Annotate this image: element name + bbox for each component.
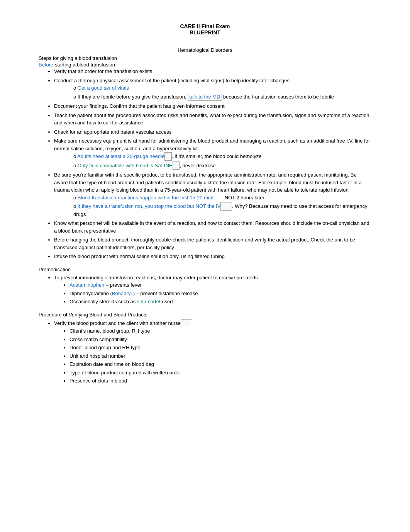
- procedure-section: Procedure of Verifying Blood and Blood P…: [39, 312, 371, 385]
- sub-list-item: Type of blood product compared with writ…: [69, 369, 371, 377]
- sub-list: Blood transfusion reactions happen withi…: [73, 194, 371, 218]
- sub-list-item: Get a good set of vitals: [73, 84, 371, 92]
- list-item: Check for an appropriate and patent vasc…: [54, 128, 371, 136]
- sub-list-item: Blood transfusion reactions happen withi…: [73, 194, 371, 202]
- sub-list-item: Diphenhydramine (Benadryl ) – prevent hi…: [69, 290, 371, 297]
- procedure-sub-list: Client's name, blood group, RH type Cros…: [69, 327, 371, 385]
- list-item: Verify that an order for the transfusion…: [54, 68, 371, 75]
- list-item: Verify the blood product and the client …: [54, 319, 371, 385]
- procedure-heading: Procedure of Verifying Blood and Blood P…: [39, 312, 371, 318]
- list-item: Before hanging the blood product, thorou…: [54, 236, 371, 251]
- sub-list-item: Acetaminophen – prevents fever: [69, 281, 371, 289]
- list-item: Infuse the blood product with normal sal…: [54, 253, 371, 260]
- sub-list-item: Presence of clots in blood: [69, 377, 371, 385]
- list-item: Make sure necessary equipment is at hand…: [54, 137, 371, 170]
- before-line: Before starting a blood transfusion: [39, 62, 371, 68]
- sub-list: Adults need at least a 20-gauge needle ,…: [73, 152, 371, 170]
- list-item: Teach the patient about the procedures a…: [54, 112, 371, 127]
- hematological-section: Hematological Disorders Steps for giving…: [39, 47, 371, 260]
- sub-list-item: Unit and hospital number: [69, 352, 371, 360]
- sub-list-item: Client's name, blood group, RH type: [69, 327, 371, 335]
- sub-list-item: Only fluid compatible with blood is SALI…: [73, 161, 371, 170]
- steps-heading: Steps for giving a blood transfusion: [39, 55, 371, 61]
- premedication-list: To prevent immunologic transfusion react…: [54, 274, 371, 306]
- premedication-sub-list: Acetaminophen – prevents fever Diphenhyd…: [69, 281, 371, 306]
- procedure-list: Verify the blood product and the client …: [54, 319, 371, 385]
- premedication-section: Premedication To prevent immunologic tra…: [39, 267, 371, 306]
- sub-list-item: Adults need at least a 20-gauge needle ,…: [73, 152, 371, 161]
- list-item: Conduct a thorough physical assessment o…: [54, 77, 371, 101]
- section-heading: Hematological Disorders: [39, 47, 371, 53]
- sub-list: Get a good set of vitals If they are feb…: [73, 84, 371, 101]
- sub-list-item: Donor blood group and RH type: [69, 344, 371, 352]
- list-item: Know what personnel will be available in…: [54, 219, 371, 235]
- sub-list-item: Cross-match compatibility: [69, 336, 371, 343]
- sub-list-item: If they are febrile before you give the …: [73, 93, 371, 101]
- sub-list-item: Occasionally steroids such as solu-corte…: [69, 298, 371, 306]
- list-item: Document your findings. Confirm that the…: [54, 102, 371, 110]
- premedication-heading: Premedication: [39, 267, 371, 272]
- main-bullet-list: Verify that an order for the transfusion…: [54, 68, 371, 260]
- sub-list-item: Expiration date and time on blood bag: [69, 360, 371, 368]
- list-item: Be sure you're familiar with the specifi…: [54, 171, 371, 218]
- sub-list-item: If they have a transfusion rxn, you stop…: [73, 202, 371, 218]
- list-item: To prevent immunologic transfusion react…: [54, 274, 371, 306]
- page-title: CARE II Final Exam BLUEPRINT: [39, 23, 371, 36]
